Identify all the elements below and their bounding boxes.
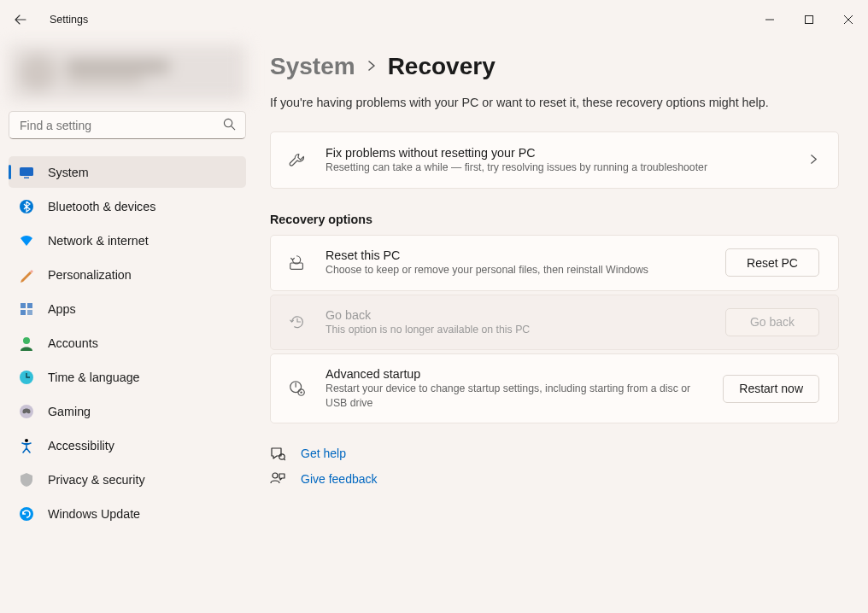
system-icon bbox=[19, 165, 34, 180]
nav-list: System Bluetooth & devices Network & int… bbox=[9, 156, 246, 529]
sidebar-item-label: Personalization bbox=[48, 268, 132, 282]
sidebar-item-label: Bluetooth & devices bbox=[48, 200, 155, 213]
card-title: Advanced startup bbox=[326, 367, 704, 381]
card-subtitle: Resetting can take a while — first, try … bbox=[326, 161, 789, 175]
restart-now-button[interactable]: Restart now bbox=[723, 375, 819, 403]
breadcrumb-page: Recovery bbox=[388, 53, 496, 80]
sidebar-item-label: Windows Update bbox=[48, 507, 140, 521]
back-button[interactable] bbox=[9, 8, 32, 32]
go-back-card: Go back This option is no longer availab… bbox=[270, 295, 839, 351]
minimize-icon bbox=[765, 15, 774, 24]
back-arrow-icon bbox=[14, 13, 27, 26]
svg-point-13 bbox=[20, 507, 33, 521]
history-icon bbox=[288, 312, 307, 331]
section-title: Recovery options bbox=[270, 213, 839, 226]
window-title: Settings bbox=[50, 14, 88, 26]
reset-icon bbox=[288, 254, 307, 272]
sidebar-item-network[interactable]: Network & internet bbox=[9, 225, 246, 256]
chevron-right-icon bbox=[808, 154, 819, 167]
svg-point-19 bbox=[273, 473, 278, 478]
svg-point-1 bbox=[224, 119, 232, 126]
sidebar: System Bluetooth & devices Network & int… bbox=[0, 39, 255, 613]
breadcrumb: System Recovery bbox=[270, 53, 839, 80]
svg-point-9 bbox=[23, 337, 30, 344]
help-links: Get help Give feedback bbox=[270, 446, 839, 487]
bluetooth-icon bbox=[19, 199, 34, 214]
breadcrumb-parent[interactable]: System bbox=[270, 53, 355, 80]
apps-icon bbox=[19, 301, 34, 317]
update-icon bbox=[19, 506, 34, 522]
help-icon bbox=[270, 446, 285, 461]
sidebar-item-label: Network & internet bbox=[48, 234, 149, 248]
time-icon bbox=[19, 370, 34, 385]
sidebar-item-label: Apps bbox=[48, 302, 76, 316]
sidebar-item-gaming[interactable]: Gaming bbox=[9, 395, 246, 427]
svg-rect-6 bbox=[27, 303, 32, 308]
go-back-button: Go back bbox=[725, 308, 819, 336]
maximize-icon bbox=[805, 15, 813, 24]
card-title: Reset this PC bbox=[326, 248, 707, 262]
reset-pc-card: Reset this PC Choose to keep or remove y… bbox=[270, 235, 839, 291]
sidebar-item-label: Accessibility bbox=[48, 439, 114, 452]
wrench-icon bbox=[288, 151, 307, 170]
search-input[interactable] bbox=[9, 111, 246, 139]
personalization-icon bbox=[19, 267, 34, 283]
card-subtitle: Restart your device to change startup se… bbox=[326, 382, 701, 410]
sidebar-item-time[interactable]: Time & language bbox=[9, 361, 246, 393]
maximize-button[interactable] bbox=[789, 6, 829, 33]
feedback-text: Give feedback bbox=[301, 472, 378, 486]
account-email-redacted bbox=[67, 76, 144, 85]
svg-point-17 bbox=[300, 392, 302, 394]
get-help-link[interactable]: Get help bbox=[270, 446, 839, 461]
network-icon bbox=[19, 233, 34, 248]
svg-point-18 bbox=[279, 454, 284, 459]
sidebar-item-accessibility[interactable]: Accessibility bbox=[9, 429, 246, 461]
sidebar-item-label: System bbox=[48, 166, 89, 179]
chevron-right-icon bbox=[366, 60, 378, 74]
privacy-icon bbox=[19, 472, 34, 487]
search-icon bbox=[223, 118, 236, 133]
sidebar-item-personalization[interactable]: Personalization bbox=[9, 259, 246, 290]
sidebar-item-apps[interactable]: Apps bbox=[9, 293, 246, 324]
svg-rect-0 bbox=[806, 16, 813, 24]
sidebar-item-bluetooth[interactable]: Bluetooth & devices bbox=[9, 190, 246, 222]
svg-rect-5 bbox=[21, 303, 26, 308]
sidebar-item-accounts[interactable]: Accounts bbox=[9, 327, 246, 359]
close-button[interactable] bbox=[829, 6, 868, 33]
sidebar-item-label: Time & language bbox=[48, 371, 140, 384]
give-feedback-link[interactable]: Give feedback bbox=[270, 471, 839, 487]
help-text: Get help bbox=[301, 447, 346, 460]
power-gear-icon bbox=[288, 379, 307, 398]
accessibility-icon bbox=[19, 438, 34, 453]
sidebar-item-label: Privacy & security bbox=[48, 473, 145, 487]
svg-rect-2 bbox=[20, 167, 33, 176]
card-title: Go back bbox=[326, 308, 707, 322]
gaming-icon bbox=[19, 404, 34, 419]
account-block[interactable] bbox=[9, 44, 246, 101]
sidebar-item-system[interactable]: System bbox=[9, 156, 246, 188]
sidebar-item-label: Accounts bbox=[48, 336, 98, 350]
card-title: Fix problems without resetting your PC bbox=[326, 146, 789, 160]
advanced-startup-card: Advanced startup Restart your device to … bbox=[270, 353, 839, 423]
troubleshoot-card[interactable]: Fix problems without resetting your PC R… bbox=[270, 131, 839, 189]
account-name-redacted bbox=[67, 61, 169, 73]
accounts-icon bbox=[19, 336, 34, 351]
sidebar-item-label: Gaming bbox=[48, 405, 91, 418]
reset-pc-button[interactable]: Reset PC bbox=[725, 248, 819, 277]
close-icon bbox=[844, 15, 853, 24]
minimize-button[interactable] bbox=[750, 6, 789, 33]
card-subtitle: Choose to keep or remove your personal f… bbox=[326, 263, 707, 277]
card-subtitle: This option is no longer available on th… bbox=[326, 323, 707, 337]
svg-point-12 bbox=[25, 439, 28, 442]
sidebar-item-privacy[interactable]: Privacy & security bbox=[9, 464, 246, 495]
search-box[interactable] bbox=[9, 111, 246, 139]
svg-rect-7 bbox=[21, 310, 26, 315]
intro-text: If you're having problems with your PC o… bbox=[270, 96, 839, 109]
window-controls bbox=[750, 6, 868, 33]
titlebar: Settings bbox=[0, 0, 868, 39]
feedback-icon bbox=[270, 471, 285, 487]
avatar bbox=[19, 54, 56, 91]
svg-rect-8 bbox=[27, 310, 32, 315]
sidebar-item-update[interactable]: Windows Update bbox=[9, 498, 246, 529]
main-content: System Recovery If you're having problem… bbox=[255, 39, 868, 613]
